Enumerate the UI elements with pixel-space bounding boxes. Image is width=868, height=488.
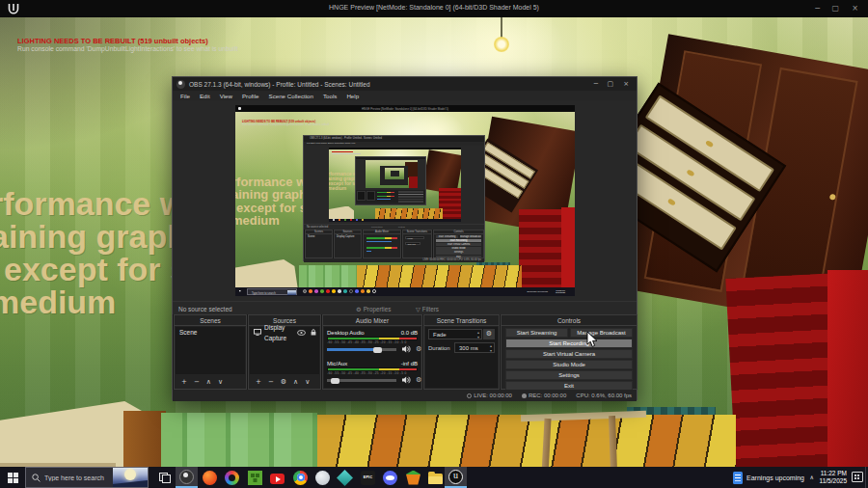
add-source-button[interactable]: + <box>256 378 261 386</box>
taskbar-app-epic-games[interactable]: EPIC <box>357 467 379 488</box>
taskbar-app-prism[interactable] <box>334 467 356 488</box>
search-highlight-image[interactable] <box>113 468 148 487</box>
captured-taskbar: Type here to search <box>235 287 575 296</box>
discord-icon <box>383 471 397 485</box>
source-up-button[interactable]: ∧ <box>293 378 298 386</box>
filter-icon: ▽ <box>416 306 420 312</box>
speaker-icon[interactable] <box>402 376 411 384</box>
taskbar-app-youtube[interactable] <box>266 467 288 488</box>
menu-help[interactable]: Help <box>341 91 364 100</box>
remove-scene-button[interactable]: − <box>194 378 200 386</box>
menu-profile[interactable]: Profile <box>237 91 264 100</box>
select-spinner-icon[interactable]: ▴▾ <box>477 330 479 339</box>
game-minimize-button[interactable]: ─ <box>815 4 820 13</box>
audio-settings-gear-icon[interactable]: ⚙ <box>416 345 421 353</box>
scene-down-button[interactable]: ∨ <box>218 378 223 386</box>
tray-expand-chevron[interactable]: ∧ <box>810 474 814 480</box>
menu-view[interactable]: View <box>215 91 237 100</box>
audio-settings-gear-icon[interactable]: ⚙ <box>416 376 421 384</box>
epic-games-icon: EPIC <box>361 471 375 485</box>
obs-window-title: OBS 27.1.3 (64-bit, windows) - Profile: … <box>189 81 370 88</box>
stream-status-icon <box>467 393 472 398</box>
start-recording-button[interactable]: Start Recording <box>505 339 633 348</box>
task-view-button[interactable] <box>152 467 176 488</box>
taskbar-app-brave[interactable] <box>199 467 221 488</box>
notification-area-icon[interactable] <box>852 472 863 482</box>
scene-list-item[interactable]: Scene <box>176 327 245 338</box>
taskbar-app-blockbench[interactable] <box>402 467 424 488</box>
obs-statusbar: LIVE: 00:00:00 REC: 00:00:00 CPU: 0.6%, … <box>173 390 637 401</box>
manage-broadcast-button[interactable]: Manage Broadcast <box>570 328 633 338</box>
scene-up-button[interactable]: ∧ <box>206 378 211 386</box>
start-streaming-button[interactable]: Start Streaming <box>505 328 568 338</box>
taskbar-clock[interactable]: 11:22 PM11/5/2025 <box>820 470 847 485</box>
taskbar-app-obs[interactable] <box>176 467 198 488</box>
remove-source-button[interactable]: − <box>268 378 274 386</box>
search-input[interactable] <box>44 474 120 481</box>
display-icon <box>254 329 261 336</box>
add-scene-button[interactable]: + <box>181 378 187 386</box>
audio-mixer-panel: Audio Mixer Desktop Audio0.0 dB -60 -55 … <box>322 314 422 390</box>
taskbar-app-brain[interactable] <box>312 467 334 488</box>
transition-select[interactable]: Fade ▴▾ <box>428 329 482 339</box>
green-panel-wall <box>161 413 317 467</box>
tray-news-widget[interactable]: Earnings upcoming <box>733 467 804 488</box>
scene-transitions-header: Scene Transitions <box>424 315 499 326</box>
lighting-warning-hint: Run console command 'DumpUnbuiltLightInt… <box>17 45 238 52</box>
brain-app-icon <box>315 471 330 485</box>
taskbar-app-discord[interactable] <box>379 467 401 488</box>
chrome-icon <box>293 471 308 485</box>
menu-scene-collection[interactable]: Scene Collection <box>264 91 318 100</box>
audio-mixer-header: Audio Mixer <box>323 315 421 326</box>
taskbar-app-chrome[interactable] <box>289 467 312 488</box>
teal-box-icon <box>337 470 353 486</box>
mouse-cursor <box>586 331 598 352</box>
obs-logo-icon <box>176 80 185 89</box>
duration-field[interactable]: 300 ms ▴▾ <box>454 342 495 353</box>
taskbar-app-unreal[interactable] <box>445 467 467 488</box>
captured-obs-level1: OBS 27.1.3 (64-bit, windows) - Profile: … <box>303 135 485 261</box>
mic-aux-channel: Mic/Aux-inf dB -60 -55 -50 -45 -40 -35 -… <box>327 360 418 385</box>
taskbar-app-file-explorer[interactable] <box>424 467 447 488</box>
studio-mode-button[interactable]: Studio Mode <box>505 360 633 369</box>
lock-icon[interactable] <box>311 329 316 336</box>
obs-preview-area[interactable]: HNGE Preview [NetMode: Standalone 0] (64… <box>173 100 637 301</box>
blockbench-icon <box>406 471 420 485</box>
desk-side <box>123 411 166 467</box>
menu-edit[interactable]: Edit <box>195 91 215 100</box>
menu-tools[interactable]: Tools <box>318 91 341 100</box>
scene-transitions-panel: Scene Transitions Fade ▴▾ ⚙ Duration 300… <box>423 314 500 390</box>
transition-settings-button[interactable]: ⚙ <box>483 329 495 339</box>
source-list-item[interactable]: Display Capture <box>250 327 319 338</box>
desktop-audio-volume-slider[interactable] <box>327 348 396 351</box>
obs-maximize-button[interactable]: ▢ <box>607 80 613 88</box>
duration-spinner-icon[interactable]: ▴▾ <box>490 343 492 353</box>
microsoft-365-icon <box>225 471 239 485</box>
taskbar-search[interactable] <box>25 467 149 488</box>
taskbar-app-minecraft[interactable] <box>244 467 266 488</box>
obs-titlebar[interactable]: OBS 27.1.3 (64-bit, windows) - Profile: … <box>173 77 637 91</box>
obs-close-button[interactable]: × <box>623 80 629 88</box>
taskbar-app-microsoft365[interactable] <box>221 467 243 488</box>
visibility-eye-icon[interactable] <box>297 330 306 336</box>
mic-aux-volume-slider[interactable] <box>327 379 396 382</box>
rec-status: REC: 00:00:00 <box>522 393 566 398</box>
settings-button[interactable]: Settings <box>505 370 633 380</box>
speaker-icon[interactable] <box>402 345 411 353</box>
source-properties-button[interactable]: ⚙ <box>281 378 286 386</box>
game-window-titlebar: HNGE Preview [NetMode: Standalone 0] (64… <box>0 0 868 17</box>
start-virtual-camera-button[interactable]: Start Virtual Camera <box>505 349 633 359</box>
obs-minimize-button[interactable]: ─ <box>594 80 598 88</box>
news-document-icon <box>733 472 743 484</box>
search-icon <box>32 474 41 482</box>
brave-icon <box>203 471 217 485</box>
minecraft-icon <box>248 471 262 485</box>
start-button[interactable] <box>0 467 25 488</box>
game-close-button[interactable]: × <box>852 4 858 13</box>
menu-file[interactable]: File <box>176 91 195 100</box>
game-maximize-button[interactable]: ▢ <box>831 4 839 13</box>
properties-button[interactable]: ⚙ Properties <box>356 304 391 313</box>
filters-button[interactable]: ▽ Filters <box>416 304 439 313</box>
windows-logo-icon <box>8 473 18 483</box>
source-down-button[interactable]: ∨ <box>305 378 310 386</box>
